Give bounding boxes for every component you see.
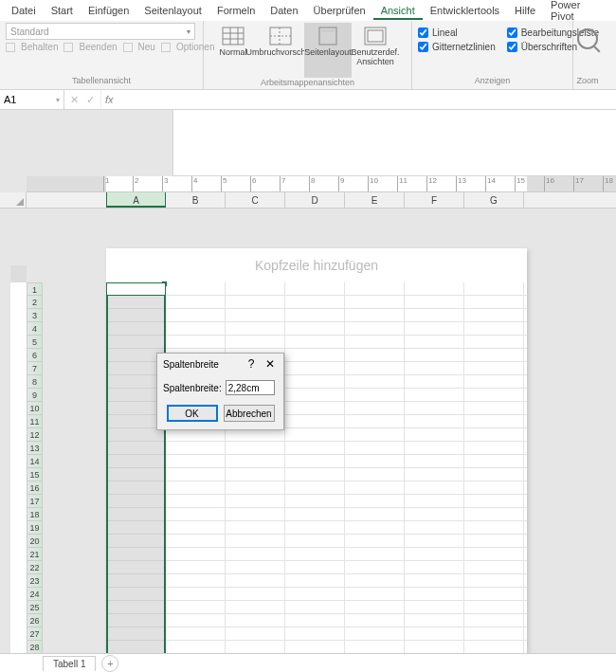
svg-rect-5: [270, 27, 291, 45]
row-header-12[interactable]: 12: [27, 428, 43, 442]
page-preview: Kopfzeile hinzufügen: [106, 248, 527, 672]
row-header-2[interactable]: 2: [27, 296, 43, 309]
row-header-3[interactable]: 3: [27, 309, 43, 322]
ribbon-group-zoom: Zoom: [573, 21, 602, 89]
svg-rect-9: [321, 29, 335, 32]
column-header-C[interactable]: C: [226, 192, 285, 208]
row-header-22[interactable]: 22: [27, 561, 43, 574]
row-header-15[interactable]: 15: [27, 468, 43, 481]
cancel-button[interactable]: Abbrechen: [224, 405, 275, 422]
row-header-9[interactable]: 9: [27, 389, 43, 402]
view-umbruchvorschau-button[interactable]: Umbruchvorschau: [257, 23, 304, 78]
column-header-F[interactable]: F: [405, 192, 464, 208]
zoom-label: Zoom: [577, 76, 599, 87]
formula-bar-buttons: ✕ ✓: [64, 90, 101, 109]
row-header-18[interactable]: 18: [27, 508, 43, 521]
row-header-13[interactable]: 13: [27, 442, 43, 455]
menu-seitenlayout[interactable]: Seitenlayout: [136, 2, 209, 19]
row-header-4[interactable]: 4: [27, 322, 43, 336]
menu-start[interactable]: Start: [44, 2, 81, 19]
row-header-27[interactable]: 27: [27, 627, 43, 641]
spacer: [0, 110, 616, 176]
column-width-input[interactable]: [226, 380, 275, 395]
row-header-21[interactable]: 21: [27, 548, 43, 561]
name-box[interactable]: A1 ▾: [0, 90, 64, 109]
zoom-icon[interactable]: [577, 28, 598, 49]
svg-rect-11: [368, 30, 383, 42]
menu-hilfe[interactable]: Hilfe: [507, 2, 543, 19]
add-sheet-button[interactable]: +: [101, 655, 118, 672]
style-behalten-button[interactable]: Behalten: [6, 42, 58, 52]
column-header-A[interactable]: A: [106, 192, 166, 208]
dialog-close-button[interactable]: ✕: [263, 357, 278, 371]
column-header-E[interactable]: E: [345, 192, 405, 208]
worksheet-area: 1234567891011121314151617181920212223242…: [0, 209, 616, 672]
dialog-help-button[interactable]: ?: [244, 357, 259, 371]
ribbon-group-workbook-views: NormalUmbruchvorschauSeitenlayoutBenutze…: [204, 21, 412, 89]
row-header-19[interactable]: 19: [27, 521, 43, 535]
column-width-dialog: Spaltenbreite ? ✕ Spaltenbreite: OK Abbr…: [156, 353, 284, 430]
cell-grid[interactable]: [106, 282, 527, 672]
ribbon-group-title: Anzeigen: [418, 76, 567, 87]
cancel-icon[interactable]: ✕: [70, 94, 79, 106]
column-header-B[interactable]: B: [166, 192, 226, 208]
column-header-D[interactable]: D: [285, 192, 345, 208]
row-headers: 1234567891011121314151617181920212223242…: [27, 282, 43, 667]
selected-column-overlay: [106, 282, 166, 672]
vertical-ruler: [10, 265, 27, 663]
ribbon-group-title: Arbeitsmappenansichten: [209, 78, 406, 89]
view-seitenlayout-button[interactable]: Seitenlayout: [304, 23, 352, 78]
row-header-1[interactable]: 1: [27, 282, 43, 296]
row-header-20[interactable]: 20: [27, 535, 43, 548]
ribbon-group-title: Tabellenansicht: [6, 76, 197, 87]
ribbon-group-table-view: Standard ▾ BehaltenBeendenNeuOptionen Ta…: [0, 21, 204, 89]
row-header-26[interactable]: 26: [27, 614, 43, 627]
row-header-17[interactable]: 17: [27, 495, 43, 508]
menu-daten[interactable]: Daten: [263, 2, 305, 19]
row-header-7[interactable]: 7: [27, 362, 43, 375]
style-neu-button[interactable]: Neu: [123, 42, 155, 52]
menu-überprüfen[interactable]: Überprüfen: [306, 2, 373, 19]
page-header-placeholder[interactable]: Kopfzeile hinzufügen: [106, 248, 527, 282]
row-header-25[interactable]: 25: [27, 601, 43, 614]
column-width-label: Spaltenbreite:: [163, 383, 222, 393]
row-header-5[interactable]: 5: [27, 336, 43, 349]
checkbox-gitternetzlinien[interactable]: Gitternetzlinien: [418, 42, 496, 52]
formula-bar: A1 ▾ ✕ ✓ fx: [0, 90, 616, 110]
row-header-11[interactable]: 11: [27, 415, 43, 428]
menu-datei[interactable]: Datei: [4, 2, 44, 19]
cell-style-dropdown[interactable]: Standard ▾: [6, 23, 195, 40]
menu-formeln[interactable]: Formeln: [209, 2, 263, 19]
row-header-23[interactable]: 23: [27, 574, 43, 588]
ribbon: Standard ▾ BehaltenBeendenNeuOptionen Ta…: [0, 21, 616, 90]
sheet-tab[interactable]: Tabell 1: [43, 656, 96, 671]
column-headers: ABCDEFG: [0, 192, 616, 209]
active-cell[interactable]: [106, 282, 166, 296]
chevron-down-icon: ▾: [56, 96, 60, 104]
horizontal-ruler: 12345678910111213141516171819: [27, 176, 616, 192]
row-header-6[interactable]: 6: [27, 349, 43, 362]
ok-button[interactable]: OK: [167, 405, 218, 422]
svg-rect-0: [223, 27, 244, 45]
row-header-14[interactable]: 14: [27, 455, 43, 468]
name-box-value: A1: [4, 94, 16, 105]
select-all-button[interactable]: [0, 192, 27, 208]
checkbox-lineal[interactable]: Lineal: [418, 27, 496, 38]
menu-einfügen[interactable]: Einfügen: [81, 2, 136, 19]
fx-icon[interactable]: fx: [101, 94, 118, 105]
row-header-28[interactable]: 28: [27, 641, 43, 654]
column-header-G[interactable]: G: [464, 192, 524, 208]
cell-style-label: Standard: [10, 27, 49, 37]
style-beenden-button[interactable]: Beenden: [63, 42, 117, 52]
row-header-8[interactable]: 8: [27, 375, 43, 389]
menu-entwicklertools[interactable]: Entwicklertools: [423, 2, 507, 19]
row-header-24[interactable]: 24: [27, 588, 43, 601]
spacer-white: [172, 110, 616, 176]
menu-ansicht[interactable]: Ansicht: [373, 2, 423, 20]
sheet-tabs: Tabell 1 +: [0, 653, 616, 672]
row-header-16[interactable]: 16: [27, 481, 43, 495]
ribbon-group-show: LinealGitternetzlinien Bearbeitungsleist…: [412, 21, 573, 89]
row-header-10[interactable]: 10: [27, 402, 43, 415]
accept-icon[interactable]: ✓: [86, 94, 95, 106]
view-benutzerdefansichten-button[interactable]: Benutzerdef.Ansichten: [352, 23, 399, 78]
